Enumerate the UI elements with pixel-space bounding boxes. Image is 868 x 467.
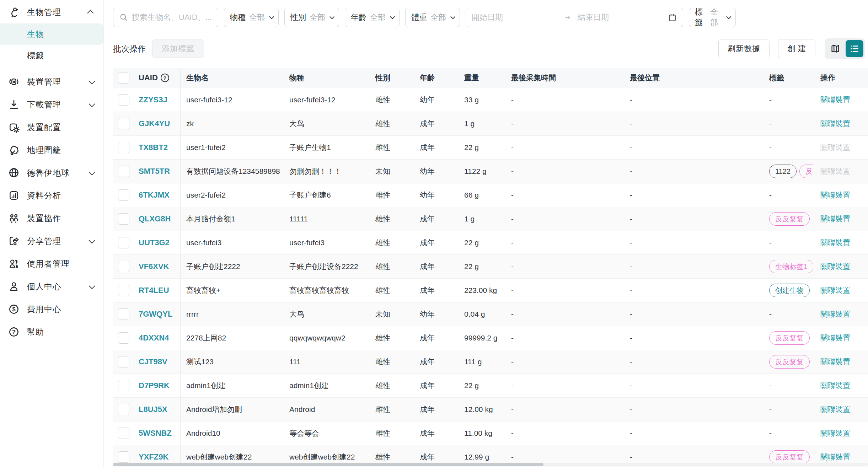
filter-select[interactable]: 性別 全部: [284, 8, 339, 27]
filter-label: 標籤: [695, 7, 707, 28]
checkbox-cell: [113, 326, 136, 350]
search-input[interactable]: [132, 13, 212, 22]
list-view-button[interactable]: [846, 40, 863, 57]
row-checkbox[interactable]: [118, 428, 129, 439]
chevron-down-icon: [269, 14, 274, 19]
filter-select[interactable]: 體重 全部: [405, 8, 460, 27]
uaid-link[interactable]: RT4LEU: [136, 279, 181, 302]
associate-device-link[interactable]: 關聯裝置: [820, 190, 850, 200]
cell-weight: 1122 g: [459, 160, 505, 183]
tags-cell: -: [763, 422, 813, 445]
add-tag-button[interactable]: 添加標籤: [152, 39, 204, 58]
associate-device-link[interactable]: 關聯裝置: [820, 119, 850, 129]
sidebar-item[interactable]: $ 費用中心: [0, 298, 103, 321]
uaid-help-icon[interactable]: ?: [161, 74, 169, 82]
associate-device-link[interactable]: 關聯裝置: [820, 309, 850, 319]
associate-device-link[interactable]: 關聯裝置: [820, 285, 850, 295]
sidebar-item[interactable]: 使用者管理: [0, 252, 103, 275]
uaid-link[interactable]: 7GWQYL: [136, 302, 181, 326]
cell-weight: 22 g: [459, 255, 505, 278]
scrollbar-thumb[interactable]: [113, 463, 543, 466]
sidebar-item[interactable]: ? 幫助: [0, 321, 103, 343]
uaid-link[interactable]: ZZYS3J: [136, 88, 181, 112]
checkbox-cell: [113, 302, 136, 326]
uaid-link[interactable]: CJT98V: [136, 350, 181, 374]
cell-name: Android10: [181, 422, 284, 445]
sidebar-item[interactable]: 分享管理: [0, 230, 103, 252]
row-checkbox[interactable]: [118, 142, 129, 153]
sidebar-subitem[interactable]: 生物: [0, 23, 103, 45]
sidebar-item[interactable]: 資料分析: [0, 184, 103, 207]
associate-device-link[interactable]: 關聯裝置: [820, 214, 850, 224]
associate-device-link[interactable]: 關聯裝置: [820, 428, 850, 438]
row-checkbox[interactable]: [118, 285, 129, 296]
row-checkbox[interactable]: [118, 189, 129, 201]
uaid-link[interactable]: QLXG8H: [136, 207, 181, 231]
map-view-button[interactable]: [826, 40, 844, 57]
refresh-data-button[interactable]: 刷新數據: [718, 39, 770, 58]
uaid-link[interactable]: 6TKJMX: [136, 183, 181, 207]
cell-age: 幼年: [414, 302, 459, 326]
associate-device-link[interactable]: 關聯裝置: [820, 381, 850, 391]
row-checkbox[interactable]: [118, 237, 129, 248]
uaid-link[interactable]: UUT3G2: [136, 231, 181, 254]
row-checkbox[interactable]: [118, 118, 129, 129]
device-config-icon: [8, 121, 20, 133]
row-checkbox[interactable]: [118, 451, 129, 463]
row-checkbox[interactable]: [118, 166, 129, 177]
cell-last-time: -: [505, 255, 624, 278]
associate-device-link[interactable]: 關聯裝置: [820, 95, 850, 105]
tag-filter-select[interactable]: 標籤 全部: [689, 8, 736, 27]
cell-sex: 雄性: [370, 207, 414, 231]
sidebar-item[interactable]: 德魯伊地球: [0, 161, 103, 184]
row-checkbox[interactable]: [118, 94, 129, 106]
sidebar-block: ? 幫助: [0, 321, 103, 343]
associate-device-link[interactable]: 關聯裝置: [820, 166, 850, 176]
row-checkbox[interactable]: [118, 261, 129, 272]
cell-species: 111: [284, 350, 370, 374]
associate-device-link[interactable]: 關聯裝置: [820, 143, 850, 152]
sidebar-item[interactable]: 生物管理: [0, 1, 103, 23]
row-checkbox[interactable]: [118, 404, 129, 415]
uaid-link[interactable]: VF6XVK: [136, 255, 181, 278]
associate-device-link[interactable]: 關聯裝置: [820, 357, 850, 367]
cell-age: 成年: [414, 136, 459, 159]
cell-weight: 22 g: [459, 136, 505, 159]
chevron-icon: [89, 283, 95, 289]
checkbox-cell: [113, 112, 136, 135]
associate-device-link[interactable]: 關聯裝置: [820, 238, 850, 248]
uaid-link[interactable]: 4DXXN4: [136, 326, 181, 350]
uaid-link[interactable]: L8UJ5X: [136, 398, 181, 421]
uaid-link[interactable]: GJK4YU: [136, 112, 181, 135]
date-range-picker[interactable]: 開始日期 結束日期: [466, 8, 683, 27]
sidebar-block: 使用者管理: [0, 252, 103, 275]
row-checkbox[interactable]: [118, 356, 129, 367]
associate-device-link[interactable]: 關聯裝置: [820, 262, 850, 272]
sidebar-item[interactable]: 地理圍籬: [0, 139, 103, 161]
cell-weight: 66 g: [459, 183, 505, 207]
sidebar-item[interactable]: 下載管理: [0, 93, 103, 116]
uaid-link[interactable]: SMT5TR: [136, 160, 181, 183]
row-checkbox[interactable]: [118, 308, 129, 320]
select-all-checkbox[interactable]: [118, 72, 129, 84]
sidebar-item[interactable]: 裝置配置: [0, 116, 103, 139]
filter-select[interactable]: 物種 全部: [224, 8, 279, 27]
row-checkbox[interactable]: [118, 332, 129, 344]
filter-select[interactable]: 年齡 全部: [345, 8, 400, 27]
sidebar-item[interactable]: 個人中心: [0, 275, 103, 298]
create-button[interactable]: 創 建: [778, 39, 815, 58]
row-checkbox[interactable]: [118, 213, 129, 225]
sidebar-subitem[interactable]: 標籤: [0, 45, 103, 66]
tags-cell: 反反复复: [763, 207, 813, 231]
uaid-link[interactable]: D7P9RK: [136, 374, 181, 397]
associate-device-link[interactable]: 關聯裝置: [820, 404, 850, 414]
sidebar-item[interactable]: 裝置管理: [0, 70, 103, 93]
row-checkbox[interactable]: [118, 380, 129, 391]
uaid-link[interactable]: 5WSNBZ: [136, 422, 181, 445]
sidebar-item-label: 生物管理: [27, 7, 82, 18]
uaid-link[interactable]: TX8BT2: [136, 136, 181, 159]
associate-device-link[interactable]: 關聯裝置: [820, 452, 850, 462]
cell-last-time: -: [505, 374, 624, 397]
sidebar-item[interactable]: 裝置協作: [0, 207, 103, 230]
associate-device-link[interactable]: 關聯裝置: [820, 333, 850, 343]
